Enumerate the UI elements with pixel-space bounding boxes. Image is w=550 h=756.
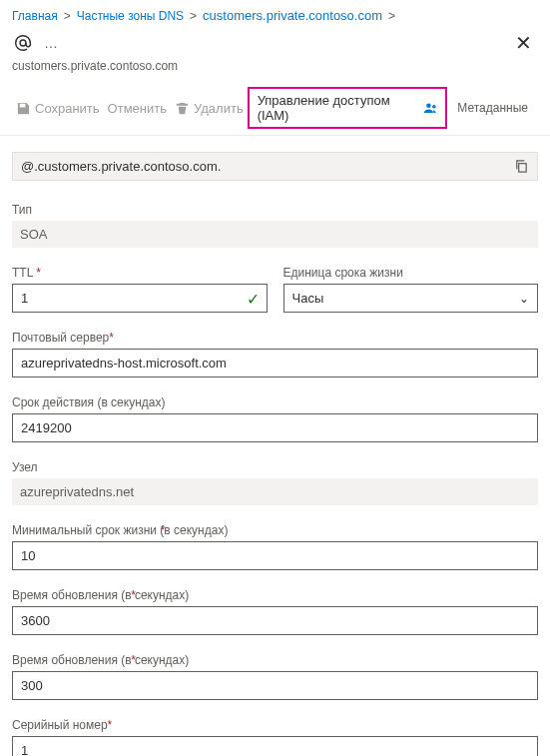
field-refresh: Время обновления (в секундах)* (12, 588, 538, 635)
iam-button[interactable]: Управление доступом (IAM) (248, 87, 448, 129)
node-value: azureprivatedns.net (12, 478, 538, 505)
field-node: Узел azureprivatedns.net (12, 460, 538, 505)
record-name-box: @.customers.private.contoso.com. (12, 152, 538, 181)
minttl-label: Минимальный срок жизни (в секундах)* (12, 523, 538, 537)
field-ttl: TTL * ✓ (12, 266, 268, 313)
refresh-input[interactable] (12, 606, 538, 635)
page-subtitle: customers.private.contoso.com (0, 57, 550, 81)
ttl-label: TTL * (12, 266, 268, 280)
retry-input[interactable] (12, 671, 538, 700)
chevron-right-icon: > (190, 9, 197, 23)
retry-label: Время обновления (в секундах)* (12, 653, 538, 667)
expire-label: Срок действия (в секундах) (12, 395, 538, 409)
svg-rect-3 (519, 164, 527, 172)
type-value: SOA (12, 221, 538, 248)
chevron-right-icon: > (64, 9, 71, 23)
delete-label: Удалить (194, 101, 244, 116)
save-label: Сохранить (35, 101, 100, 116)
field-ttl-unit: Единица срока жизни Часы ⌄ (283, 266, 539, 313)
field-retry: Время обновления (в секундах)* (12, 653, 538, 700)
chevron-right-icon: > (388, 9, 395, 23)
metadata-button[interactable]: Метаданные (447, 97, 538, 119)
breadcrumb-zones[interactable]: Частные зоны DNS (77, 9, 184, 23)
chevron-down-icon: ⌄ (519, 292, 529, 306)
expire-input[interactable] (12, 413, 538, 442)
serial-label: Серийный номер* (12, 718, 538, 732)
save-button[interactable]: Сохранить (12, 97, 104, 120)
breadcrumb: Главная > Частные зоны DNS > customers.p… (0, 0, 550, 29)
check-icon: ✓ (247, 289, 260, 308)
ttl-input[interactable] (12, 284, 268, 313)
field-mailserver: Почтовый сервер* (12, 331, 538, 378)
close-button[interactable]: ✕ (509, 31, 538, 55)
cancel-button[interactable]: Отменить (104, 97, 171, 120)
minttl-input[interactable] (12, 541, 538, 570)
breadcrumb-current[interactable]: customers.private.contoso.com (203, 8, 382, 23)
save-icon (16, 101, 31, 116)
people-icon (423, 101, 437, 116)
refresh-label: Время обновления (в секундах)* (12, 588, 538, 602)
trash-icon (175, 101, 190, 116)
svg-point-2 (432, 104, 436, 108)
serial-input[interactable] (12, 736, 538, 756)
field-serial: Серийный номер* (12, 718, 538, 756)
copy-icon[interactable] (514, 159, 529, 174)
node-label: Узел (12, 460, 538, 474)
ttl-unit-select[interactable]: Часы ⌄ (283, 284, 539, 313)
more-button[interactable]: … (44, 35, 59, 51)
ttl-unit-value: Часы (292, 291, 324, 306)
ttl-unit-label: Единица срока жизни (283, 266, 539, 280)
field-expire: Срок действия (в секундах) (12, 395, 538, 442)
mailserver-label: Почтовый сервер* (12, 331, 538, 345)
iam-label: Управление доступом (IAM) (258, 93, 419, 123)
toolbar: Сохранить Отменить Удалить Управление до… (0, 81, 550, 136)
svg-point-1 (426, 103, 431, 108)
at-sign-icon (12, 32, 34, 54)
breadcrumb-home[interactable]: Главная (12, 9, 58, 23)
record-name-text: @.customers.private.contoso.com. (21, 159, 514, 174)
field-type: Тип SOA (12, 203, 538, 248)
cancel-label: Отменить (108, 101, 167, 116)
mailserver-input[interactable] (12, 349, 538, 378)
delete-button[interactable]: Удалить (171, 97, 248, 120)
svg-point-0 (20, 40, 26, 46)
field-minttl: Минимальный срок жизни (в секундах)* (12, 523, 538, 570)
type-label: Тип (12, 203, 538, 217)
